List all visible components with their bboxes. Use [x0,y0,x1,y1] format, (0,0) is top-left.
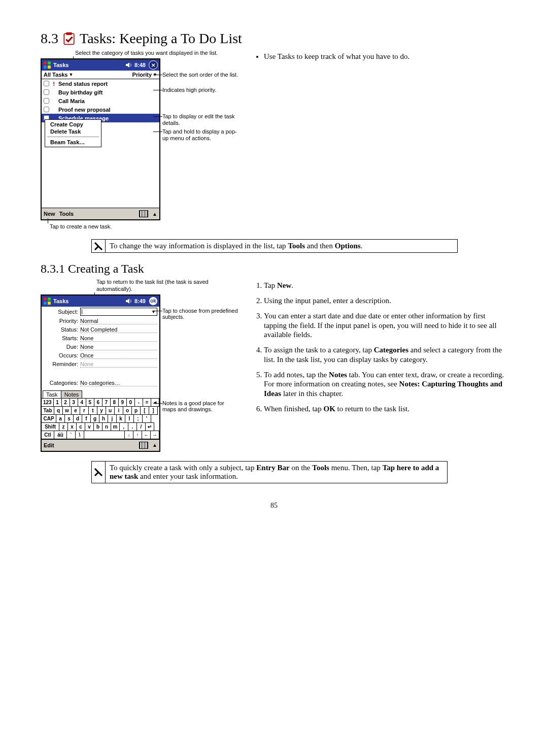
key-backspace[interactable]: ◄ [151,398,159,407]
key[interactable]: . [128,422,137,431]
key[interactable]: z [59,422,68,431]
key[interactable]: ; [133,414,143,423]
key[interactable]: 6 [94,398,102,407]
key-enter[interactable]: ↵ [145,422,154,431]
key[interactable]: c [76,422,85,431]
key[interactable]: x [67,422,77,431]
key[interactable]: y [97,406,106,415]
key[interactable]: n [102,422,111,431]
menu-tools[interactable]: Tools [59,211,74,217]
due-row[interactable]: Due: None [42,343,159,351]
task-row[interactable]: Call Maria [42,96,159,105]
key-cap[interactable]: CAP [41,414,56,423]
start-icon[interactable] [43,61,51,69]
key-ctl[interactable]: Ctl [41,431,54,439]
key[interactable]: s [64,414,74,423]
key-down[interactable]: ↓ [124,431,133,439]
key[interactable]: t [88,406,97,415]
key[interactable]: 7 [102,398,111,407]
key[interactable]: ' [142,414,151,423]
status-value[interactable]: Not Completed [80,326,157,333]
key[interactable]: o [123,406,132,415]
key[interactable]: 5 [86,398,94,407]
menu-create-copy[interactable]: Create Copy [45,121,101,128]
key[interactable]: = [143,398,151,407]
keyboard-row-4[interactable]: Shift z x c v b n m , . / ↵ [42,423,159,431]
keyboard-row-5[interactable]: Ctl áü ` \ ↓ ↑ ← → [42,431,159,439]
sip-up-icon[interactable]: ▲ [152,442,157,448]
key-left[interactable]: ← [142,431,151,439]
key[interactable]: d [73,414,82,423]
task-checkbox[interactable] [44,107,49,112]
key[interactable]: [ [140,406,149,415]
occurs-row[interactable]: Occurs: Once [42,351,159,360]
soft-keyboard[interactable]: 123 1 2 3 4 5 6 7 8 9 0 - = ◄ [42,398,159,439]
clock[interactable]: 8:48 [134,62,146,68]
key[interactable]: i [114,406,123,415]
key[interactable]: h [99,414,108,423]
key[interactable]: g [90,414,99,423]
key[interactable]: 2 [61,398,70,407]
sip-keyboard-icon[interactable] [139,210,148,217]
task-checkbox[interactable] [44,81,49,86]
key[interactable]: b [93,422,102,431]
key[interactable]: v [85,422,94,431]
key[interactable]: a [56,414,65,423]
key[interactable]: k [116,414,125,423]
menu-delete-task[interactable]: Delete Task [45,128,101,135]
key-123[interactable]: 123 [41,398,54,407]
key[interactable]: 1 [53,398,62,407]
tab-task[interactable]: Task [43,390,61,398]
start-icon[interactable] [43,297,51,305]
key[interactable]: , [119,422,128,431]
key[interactable]: ] [149,406,158,415]
tab-notes[interactable]: Notes [61,390,83,398]
close-icon[interactable]: ✕ [149,60,158,70]
category-dropdown[interactable]: All Tasks ▼ [44,72,73,78]
key[interactable]: 4 [78,398,86,407]
keyboard-row-2[interactable]: Tab q w e r t y u i o p [ ] [42,407,159,415]
categories-value[interactable]: No categories… [80,380,157,386]
volume-icon[interactable] [125,62,132,68]
key[interactable]: ` [66,431,76,439]
key[interactable]: p [131,406,141,415]
menu-new[interactable]: New [44,211,55,217]
subject-row[interactable]: Subject: ▼ [42,307,159,317]
key[interactable]: / [136,422,146,431]
key[interactable]: 3 [70,398,78,407]
key[interactable]: w [62,406,72,415]
key[interactable]: - [134,398,143,407]
key-space[interactable] [84,431,125,439]
subject-input[interactable]: ▼ [80,308,157,316]
sip-keyboard-icon[interactable] [139,442,148,449]
key[interactable]: q [54,406,63,415]
status-row[interactable]: Status: Not Completed [42,325,159,334]
key[interactable]: m [111,422,120,431]
task-checkbox[interactable] [44,89,49,95]
key[interactable]: 9 [118,398,127,407]
occurs-value[interactable]: Once [80,352,157,359]
clock[interactable]: 8:49 [134,298,146,304]
task-row[interactable]: Buy birthday gift [42,88,159,96]
priority-value[interactable]: Normal [80,318,157,324]
key[interactable]: 0 [126,398,135,407]
key-intl[interactable]: áü [54,431,67,439]
key[interactable]: 8 [110,398,119,407]
key[interactable]: \ [75,431,84,439]
starts-row[interactable]: Starts: None [42,334,159,343]
key[interactable]: l [125,414,134,423]
key-shift[interactable]: Shift [41,422,59,431]
key[interactable]: j [108,414,117,423]
key[interactable]: e [71,406,80,415]
key[interactable]: r [80,406,89,415]
key[interactable]: f [82,414,91,423]
keyboard-row-1[interactable]: 123 1 2 3 4 5 6 7 8 9 0 - = ◄ [42,399,159,407]
key[interactable]: u [106,406,115,415]
reminder-row[interactable]: Reminder: None [42,360,159,369]
chevron-down-icon[interactable]: ▼ [151,309,156,314]
task-row[interactable]: Proof new proposal [42,105,159,114]
ok-button[interactable]: ok [149,297,158,306]
volume-icon[interactable] [125,298,132,304]
key-right[interactable]: → [150,431,159,439]
key-tab[interactable]: Tab [41,406,54,415]
